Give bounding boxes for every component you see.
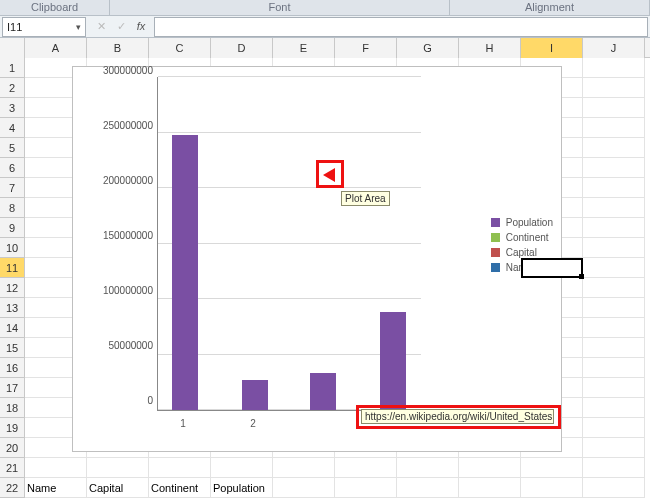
row-header[interactable]: 7	[0, 178, 25, 198]
row-header[interactable]: 10	[0, 238, 25, 258]
embedded-chart[interactable]: 0 50000000 100000000 150000000 200000000…	[72, 66, 562, 452]
cell[interactable]	[583, 398, 645, 418]
cell[interactable]	[583, 178, 645, 198]
name-box[interactable]: I11 ▾	[2, 17, 86, 37]
formula-input[interactable]	[154, 17, 648, 37]
column-header[interactable]: D	[211, 38, 273, 58]
row-header[interactable]: 1	[0, 58, 25, 78]
row-header[interactable]: 4	[0, 118, 25, 138]
row-header[interactable]: 6	[0, 158, 25, 178]
select-all-corner[interactable]	[0, 38, 25, 58]
cell[interactable]	[583, 158, 645, 178]
column-header[interactable]: G	[397, 38, 459, 58]
cell[interactable]	[583, 478, 645, 498]
row-header[interactable]: 5	[0, 138, 25, 158]
row-header[interactable]: 17	[0, 378, 25, 398]
legend-item[interactable]: Continent	[491, 232, 553, 243]
cell[interactable]	[583, 58, 645, 78]
dropdown-icon[interactable]: ▾	[71, 22, 85, 32]
y-tick-label: 200000000	[79, 175, 153, 186]
cell[interactable]	[583, 438, 645, 458]
cell[interactable]	[583, 418, 645, 438]
cell[interactable]	[583, 358, 645, 378]
cell[interactable]	[583, 238, 645, 258]
legend-swatch-icon	[491, 248, 500, 257]
y-tick-label: 50000000	[79, 340, 153, 351]
cell[interactable]	[397, 458, 459, 478]
formula-bar-row: I11 ▾ ✕ ✓ fx	[0, 16, 650, 38]
cell[interactable]	[149, 458, 211, 478]
ribbon-label-alignment: Alignment	[450, 0, 650, 15]
row-header[interactable]: 18	[0, 398, 25, 418]
row-header[interactable]: 16	[0, 358, 25, 378]
cell[interactable]	[583, 218, 645, 238]
cell[interactable]	[211, 458, 273, 478]
row-header[interactable]: 9	[0, 218, 25, 238]
row-header[interactable]: 21	[0, 458, 25, 478]
y-tick-label: 0	[79, 395, 153, 406]
cell[interactable]	[583, 258, 645, 278]
cell[interactable]	[583, 78, 645, 98]
cell[interactable]	[25, 458, 87, 478]
enter-icon[interactable]: ✓	[114, 20, 128, 33]
chart-bar[interactable]	[310, 373, 336, 410]
tooltip-hyperlink: https://en.wikipedia.org/wiki/United_Sta…	[361, 409, 554, 424]
row-header[interactable]: 22	[0, 478, 25, 498]
cell[interactable]	[583, 98, 645, 118]
column-header[interactable]: I	[521, 38, 583, 58]
cell[interactable]	[583, 458, 645, 478]
ribbon-label-clipboard: Clipboard	[0, 0, 110, 15]
cell[interactable]	[273, 478, 335, 498]
chart-plot-area[interactable]	[157, 77, 421, 411]
cell[interactable]: Population	[211, 478, 273, 498]
cell[interactable]: Name	[25, 478, 87, 498]
chart-bar[interactable]	[380, 312, 406, 410]
column-header[interactable]: B	[87, 38, 149, 58]
chart-bar[interactable]	[242, 380, 268, 410]
cell[interactable]: Continent	[149, 478, 211, 498]
cell[interactable]	[521, 478, 583, 498]
cell[interactable]	[335, 458, 397, 478]
cell[interactable]	[583, 318, 645, 338]
cell[interactable]	[87, 458, 149, 478]
cell[interactable]	[583, 118, 645, 138]
cell[interactable]	[459, 478, 521, 498]
column-header[interactable]: E	[273, 38, 335, 58]
chart-bar[interactable]	[172, 135, 198, 410]
cell[interactable]: Capital	[87, 478, 149, 498]
cell[interactable]	[583, 298, 645, 318]
fx-icon[interactable]: fx	[134, 20, 148, 33]
column-header[interactable]: J	[583, 38, 645, 58]
row-header[interactable]: 15	[0, 338, 25, 358]
row-header[interactable]: 2	[0, 78, 25, 98]
row-header[interactable]: 11	[0, 258, 25, 278]
row-header[interactable]: 3	[0, 98, 25, 118]
row-header[interactable]: 12	[0, 278, 25, 298]
row-header[interactable]: 8	[0, 198, 25, 218]
cell[interactable]	[583, 338, 645, 358]
cancel-icon[interactable]: ✕	[94, 20, 108, 33]
cell[interactable]	[583, 378, 645, 398]
cell[interactable]	[583, 198, 645, 218]
cell[interactable]	[397, 478, 459, 498]
cell[interactable]	[583, 138, 645, 158]
cell[interactable]	[459, 458, 521, 478]
column-header[interactable]: H	[459, 38, 521, 58]
legend-swatch-icon	[491, 263, 500, 272]
cell[interactable]	[273, 458, 335, 478]
cell[interactable]	[335, 478, 397, 498]
name-box-value: I11	[3, 21, 71, 33]
row-header[interactable]: 13	[0, 298, 25, 318]
row-header[interactable]: 19	[0, 418, 25, 438]
column-header[interactable]: F	[335, 38, 397, 58]
cell[interactable]	[583, 278, 645, 298]
y-tick-label: 150000000	[79, 230, 153, 241]
row-header[interactable]: 20	[0, 438, 25, 458]
cell[interactable]	[521, 458, 583, 478]
row-header[interactable]: 14	[0, 318, 25, 338]
legend-item[interactable]: Population	[491, 217, 553, 228]
column-header[interactable]: A	[25, 38, 87, 58]
y-tick-label: 250000000	[79, 120, 153, 131]
legend-item[interactable]: Capital	[491, 247, 553, 258]
column-header[interactable]: C	[149, 38, 211, 58]
